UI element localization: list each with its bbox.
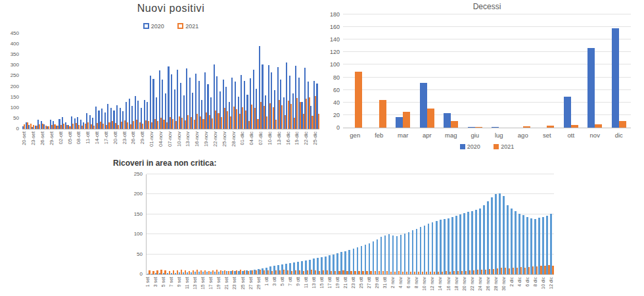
- bar-2021: [283, 270, 285, 274]
- x-axis-label: 13 ott: [311, 277, 316, 296]
- bar-2020: [400, 235, 402, 274]
- bar-2021: [166, 122, 168, 129]
- bar-2020: [483, 205, 485, 274]
- bar-2021: [233, 107, 235, 129]
- bar-2021: [430, 272, 431, 274]
- bar-2021: [252, 270, 253, 274]
- x-axis-label: 22 nov: [470, 277, 474, 296]
- bar-2021: [204, 270, 206, 274]
- bar-2021: [157, 121, 158, 129]
- bar-2021: [414, 272, 415, 274]
- x-axis-label: 25-nov: [221, 132, 227, 158]
- bar-2020: [511, 209, 513, 274]
- bar-2021: [382, 271, 384, 274]
- x-axis-label: 15 ott: [319, 277, 324, 296]
- bar-2021: [358, 271, 359, 274]
- x-axis-label: 25 ott: [359, 277, 363, 296]
- bar-2021: [103, 124, 104, 129]
- bar-2021: [275, 270, 277, 274]
- y-axis-label: 160: [323, 24, 340, 30]
- bar-2021: [493, 269, 494, 275]
- bar-2021: [91, 124, 92, 129]
- x-axis-label: 11 ott: [304, 277, 308, 296]
- legend-label-2020: 2020: [467, 143, 480, 150]
- legend-square-2021-icon: [177, 23, 183, 29]
- bar-2020: [396, 236, 398, 274]
- x-axis-label: 7 set: [169, 277, 173, 296]
- bar-2020: [373, 241, 375, 274]
- x-axis-label: 18 nov: [454, 277, 459, 296]
- x-axis-label: 20-ott: [112, 132, 118, 158]
- x-axis-label: 9 ott: [296, 277, 300, 296]
- bar-2021: [477, 270, 478, 274]
- chart-title-nuovi-positivi: Nuovi positivi: [22, 3, 319, 14]
- y-axis-label: 100: [126, 231, 143, 237]
- bar-2021: [489, 269, 490, 274]
- bar-2020: [444, 113, 451, 128]
- bar-2020: [388, 234, 390, 274]
- bar-2021: [303, 271, 304, 274]
- bar-2021: [236, 109, 237, 129]
- bar-2020: [416, 229, 418, 274]
- bar-2021: [130, 124, 131, 129]
- bar-2021: [45, 126, 47, 129]
- x-axis-label: 24 nov: [478, 277, 482, 296]
- bar-2021: [619, 121, 626, 128]
- bar-2021: [185, 120, 186, 129]
- bar-2021: [315, 96, 316, 129]
- x-axis-label: 29-set: [49, 132, 55, 158]
- bar-2021: [254, 108, 256, 129]
- x-axis-label: 20 nov: [462, 277, 467, 296]
- x-axis-label: 10-dic: [267, 132, 273, 158]
- bar-2021: [181, 118, 183, 129]
- bar-2021: [403, 112, 410, 128]
- bar-2021: [152, 271, 154, 274]
- bar-2021: [115, 123, 116, 129]
- bar-2021: [57, 126, 58, 129]
- bar-2021: [307, 270, 308, 274]
- y-axis-label: 0: [126, 271, 143, 277]
- x-axis-label: 08-ott: [76, 132, 81, 158]
- x-axis-label: 01-dic: [239, 132, 245, 158]
- bar-2020: [564, 97, 571, 128]
- x-axis-label: 4 dic: [517, 277, 522, 296]
- bar-2021: [42, 124, 43, 129]
- x-axis-label: nov: [583, 132, 607, 139]
- y-axis-label: 100: [5, 105, 19, 111]
- bar-2021: [296, 98, 298, 129]
- bar-2021: [172, 119, 173, 129]
- bar-2021: [220, 270, 221, 274]
- bar-2021: [224, 270, 225, 274]
- bar-2021: [245, 111, 246, 129]
- x-axis-label: 9 set: [177, 277, 181, 296]
- y-axis-label: 0: [323, 124, 340, 131]
- bar-2020: [507, 205, 509, 274]
- x-axis-label: 8 nov: [414, 277, 419, 296]
- bar-2020: [365, 245, 367, 274]
- bar-2021: [346, 271, 348, 274]
- bar-2021: [187, 115, 189, 129]
- bar-2021: [121, 122, 122, 129]
- bar-2020: [451, 217, 453, 274]
- x-axis-label: 2 dic: [509, 277, 514, 296]
- chart-nuovi-positivi: Nuovi positivi 2020 2021 050100150200250…: [5, 0, 319, 155]
- bar-2021: [185, 270, 186, 274]
- y-axis-label: 50: [5, 115, 19, 121]
- x-axis-label: 12 dic: [549, 277, 553, 296]
- bar-2021: [27, 122, 28, 129]
- x-axis-label: 10 nov: [422, 277, 426, 296]
- bar-2021: [485, 270, 486, 274]
- bar-2021: [290, 104, 292, 129]
- bar-2021: [291, 271, 292, 274]
- x-axis-label: 27 set: [248, 277, 253, 296]
- bar-2020: [377, 239, 379, 275]
- bar-2021: [163, 120, 164, 129]
- bar-2021: [112, 121, 113, 129]
- bar-2021: [547, 126, 554, 128]
- bar-2020: [420, 227, 422, 274]
- x-axis-label: 22-dic: [303, 132, 309, 158]
- plot-area: [343, 14, 631, 128]
- legend-nuovi-positivi: 2020 2021: [22, 19, 319, 31]
- x-axis-label: 17-ott: [103, 132, 109, 158]
- bar-2020: [448, 218, 449, 274]
